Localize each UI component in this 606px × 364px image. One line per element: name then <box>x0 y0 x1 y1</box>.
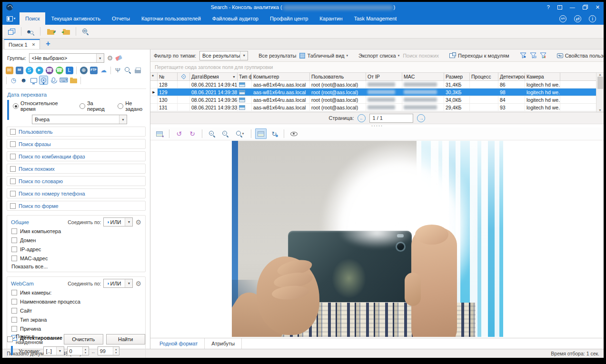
ribbon-tab-poisk[interactable]: Поиск <box>20 12 45 25</box>
viber-icon[interactable]: ☎ <box>45 66 53 74</box>
column-header-MAC[interactable]: MAC <box>402 73 444 80</box>
column-header-Процесс[interactable]: Процесс <box>470 73 498 80</box>
search-criterion-box-5[interactable]: Поиск по номеру телефона <box>7 188 146 198</box>
search-criterion-box-0[interactable]: Пользователь <box>7 127 146 137</box>
column-header-Компьютер[interactable]: Компьютер <box>252 73 310 80</box>
filter-type-combobox[interactable]: Все результаты ▼ <box>199 51 248 60</box>
common-join-combobox[interactable]: ◑ ИЛИ ▼ <box>103 217 133 226</box>
find-button[interactable]: Найти <box>106 334 146 344</box>
lync-icon[interactable]: L <box>65 66 73 74</box>
spinner-arrows-icon[interactable]: ▲▼ <box>113 347 119 355</box>
checkbox-icon[interactable] <box>10 141 16 147</box>
ribbon-tab-user-cards[interactable]: Карточки пользователей <box>136 12 207 25</box>
scroll-down-icon[interactable]: ▼ <box>598 108 602 112</box>
checkbox-icon[interactable] <box>10 129 16 135</box>
export-query-button[interactable]: ▾ <box>44 26 59 37</box>
windows-cascade-button[interactable] <box>6 26 18 37</box>
search-in-found-checkbox[interactable] <box>7 336 13 342</box>
fit-to-window-button[interactable] <box>255 128 267 139</box>
checkbox-row[interactable]: Домен <box>11 236 141 245</box>
column-header-№[interactable]: № <box>158 73 178 80</box>
table-row-131[interactable]: 13108.06.2021 14:39:33aas-w81x64ru.aas.l… <box>150 104 596 111</box>
cloud-icon[interactable]: ☁ <box>99 66 108 74</box>
rotate-left-button[interactable]: ↺ <box>173 128 185 139</box>
device-search-icon[interactable] <box>124 66 132 74</box>
gear-icon[interactable]: ⚙ <box>135 280 141 287</box>
table-row-130[interactable]: 13008.06.2021 14:39:36aas-w81x64ru.aas.l… <box>150 96 596 104</box>
view-mode-button[interactable] <box>288 128 299 139</box>
checkbox-row[interactable]: Имя камеры: <box>11 288 141 297</box>
tab-native-format[interactable]: Родной формат <box>153 338 205 349</box>
column-header-Размер[interactable]: Размер <box>444 73 470 80</box>
date-radio-0[interactable]: Относительное время <box>13 100 73 112</box>
condition-to-stepper[interactable]: 99 ▲▼ <box>98 346 119 355</box>
api-icon[interactable]: API <box>559 15 566 22</box>
ftp-icon[interactable]: FTP <box>89 66 98 74</box>
info-icon[interactable]: i <box>589 15 596 22</box>
close-tab-icon[interactable]: ✕ <box>32 42 36 47</box>
mail-icon[interactable]: ✉ <box>5 66 13 74</box>
checkbox-icon[interactable] <box>11 326 17 332</box>
keyboard-icon[interactable]: ⌨ <box>60 76 68 84</box>
search-tab-1[interactable]: Поиск 1 ✕ <box>4 39 40 49</box>
date-radio-1[interactable]: За период <box>79 100 111 112</box>
checkbox-row[interactable]: MAC-адрес <box>11 254 141 263</box>
filter-user-funnel-icon[interactable] <box>520 52 527 59</box>
whatsapp-icon[interactable]: ☎ <box>55 66 63 74</box>
ribbon-tab-current-activity[interactable]: Текущая активность <box>45 12 106 25</box>
search-criterion-box-3[interactable]: Поиск похожих <box>7 164 146 174</box>
add-tab-button[interactable]: + <box>46 39 50 48</box>
save-image-button[interactable] <box>154 128 165 139</box>
filter-stats-funnel-icon[interactable] <box>540 52 546 59</box>
help-button[interactable]: ? <box>547 4 550 10</box>
column-header-row-indicator[interactable]: * <box>150 73 158 80</box>
search-criterion-box-4[interactable]: Поиск по словарю <box>7 176 146 186</box>
user-search-button[interactable]: ☻ <box>25 26 37 37</box>
usb-icon[interactable]: Ψ <box>114 66 122 74</box>
column-header-Пользователь[interactable]: Пользователь <box>310 73 366 80</box>
ribbon-tab-quarantine[interactable]: Карантин <box>314 12 348 25</box>
gear-icon[interactable]: ⚙ <box>107 55 113 61</box>
checkbox-icon[interactable] <box>10 154 16 159</box>
column-header-Тип фа[interactable]: Тип фа <box>238 73 252 80</box>
clear-button[interactable]: Очистить <box>64 334 103 344</box>
minimize-button[interactable]: — <box>570 4 575 10</box>
image-viewer[interactable]: MI <box>150 140 604 338</box>
search-criterion-box-6[interactable]: Поиск по форме <box>7 201 146 211</box>
page-number-input[interactable]: 1 / 1 <box>369 114 413 123</box>
zoom-in-button[interactable]: + <box>206 128 218 139</box>
table-view-button[interactable]: Табличный вид ▾ <box>299 53 348 59</box>
checkbox-icon[interactable] <box>10 166 16 172</box>
column-header-Камера[interactable]: Камера <box>525 73 560 80</box>
ribbon-tab-profile-center[interactable]: Профайл центр <box>264 12 314 25</box>
scroll-up-icon[interactable]: ▲ <box>598 73 602 76</box>
rotate-right-button[interactable]: ↻ <box>187 128 198 139</box>
go-to-modules-button[interactable]: Переходы к модулям <box>449 53 509 59</box>
checkbox-icon[interactable] <box>11 256 17 261</box>
column-header-tag[interactable] <box>178 73 190 80</box>
microphone-icon[interactable] <box>50 76 58 84</box>
checkbox-icon[interactable] <box>10 191 16 197</box>
eraser-icon[interactable] <box>115 55 122 61</box>
user-properties-button[interactable]: Свойства пользо... <box>557 53 604 59</box>
checkbox-row[interactable]: Причина <box>11 324 141 333</box>
column-header-От IP[interactable]: От IP <box>366 73 402 80</box>
table-row-128[interactable]: 12808.06.2021 14:39:41aas-w81x64ru.aas.l… <box>150 81 596 89</box>
previous-page-button[interactable]: ← <box>358 114 366 122</box>
tab-attributes[interactable]: Атрибуты <box>205 338 242 349</box>
export-list-button[interactable]: Экспорт списка ▾ <box>358 53 399 59</box>
next-page-button[interactable]: → <box>417 114 425 122</box>
restore-button[interactable] <box>583 5 588 10</box>
clock-icon[interactable]: ◷ <box>10 76 18 84</box>
ribbon-tab-task-management[interactable]: Task Management <box>348 12 402 25</box>
zoom-level-button[interactable]: ▾ <box>233 128 247 139</box>
checkbox-row[interactable]: Сайт <box>11 306 141 315</box>
im-icon[interactable]: IM <box>15 66 23 74</box>
sync-icon[interactable]: ⇄ <box>574 15 581 22</box>
search-criterion-box-2[interactable]: Поиск по комбинации фраз <box>7 151 146 161</box>
checkbox-row[interactable]: Наименование процесса <box>11 297 141 306</box>
checkbox-icon[interactable] <box>10 178 16 184</box>
checkbox-row[interactable]: IP-адрес <box>11 245 141 254</box>
files-icon[interactable] <box>70 76 78 84</box>
printer-icon[interactable] <box>134 66 142 74</box>
